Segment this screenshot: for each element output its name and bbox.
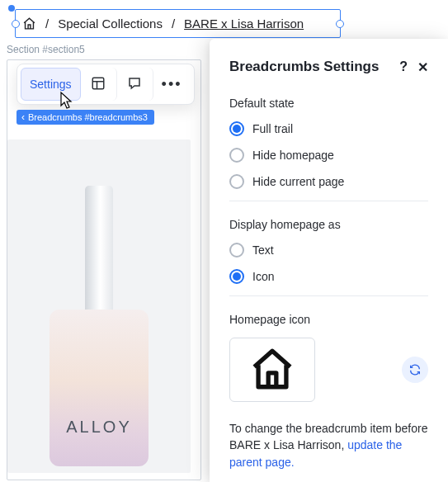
element-tag-label: Breadcrumbs #breadcrumbs3 bbox=[28, 112, 148, 122]
home-icon[interactable] bbox=[22, 17, 36, 31]
radio-label: Text bbox=[252, 243, 274, 257]
radio-home-text[interactable]: Text bbox=[229, 243, 428, 258]
divider bbox=[229, 295, 428, 296]
layout-button[interactable] bbox=[81, 68, 117, 101]
home-icon bbox=[248, 345, 296, 395]
selection-corner-dot bbox=[8, 5, 15, 12]
element-toolbar: Settings ••• bbox=[17, 64, 195, 105]
radio-hide-current-page[interactable]: Hide current page bbox=[229, 174, 428, 189]
section-label: Section #section5 bbox=[7, 44, 85, 55]
refresh-icon bbox=[408, 363, 422, 376]
breadcrumb-item[interactable]: Special Collections bbox=[58, 17, 163, 31]
breadcrumb-selection-box[interactable]: / Special Collections / BARE x Lisa Harr… bbox=[15, 9, 341, 38]
breadcrumbs-settings-panel: Breadcrumbs Settings ? ✕ Default state F… bbox=[210, 39, 448, 482]
settings-button[interactable]: Settings bbox=[21, 68, 81, 101]
comment-icon bbox=[127, 76, 142, 93]
comment-button[interactable] bbox=[117, 68, 153, 101]
homepage-icon-label: Homepage icon bbox=[229, 313, 428, 326]
divider bbox=[229, 201, 428, 201]
display-homepage-title: Display homepage as bbox=[229, 218, 428, 231]
breadcrumb-item-current[interactable]: BARE x Lisa Harrison bbox=[184, 17, 304, 31]
radio-hide-homepage[interactable]: Hide homepage bbox=[229, 148, 428, 163]
reset-icon-button[interactable] bbox=[402, 357, 428, 383]
radio-icon bbox=[229, 148, 244, 163]
settings-button-label: Settings bbox=[30, 78, 72, 91]
more-icon: ••• bbox=[162, 76, 182, 93]
radio-icon bbox=[229, 243, 244, 258]
breadcrumb-separator: / bbox=[172, 17, 175, 31]
radio-label: Hide current page bbox=[252, 175, 344, 188]
homepage-icon-preview[interactable] bbox=[229, 338, 315, 402]
breadcrumb-separator: / bbox=[45, 17, 49, 31]
layout-icon bbox=[91, 76, 106, 93]
product-image: ALLOY bbox=[7, 139, 191, 473]
radio-label: Icon bbox=[252, 270, 274, 283]
panel-title: Breadcrumbs Settings bbox=[229, 59, 379, 75]
close-button[interactable]: ✕ bbox=[417, 59, 428, 75]
radio-home-icon[interactable]: Icon bbox=[229, 269, 428, 284]
default-state-title: Default state bbox=[229, 97, 428, 110]
selection-handle-right[interactable] bbox=[336, 20, 344, 28]
radio-icon bbox=[229, 121, 244, 136]
radio-label: Full trail bbox=[252, 122, 293, 135]
help-button[interactable]: ? bbox=[399, 59, 408, 74]
radio-full-trail[interactable]: Full trail bbox=[229, 121, 428, 136]
element-tag[interactable]: Breadcrumbs #breadcrumbs3 bbox=[17, 110, 154, 125]
breadcrumb-trail: / Special Collections / BARE x Lisa Harr… bbox=[22, 10, 333, 37]
parent-page-note: To change the breadcrumb item before BAR… bbox=[229, 420, 428, 470]
radio-icon bbox=[229, 269, 244, 284]
product-brand: ALLOY bbox=[50, 418, 149, 437]
radio-label: Hide homepage bbox=[252, 149, 334, 162]
more-button[interactable]: ••• bbox=[153, 68, 191, 101]
selection-handle-left[interactable] bbox=[12, 20, 20, 28]
svg-rect-0 bbox=[92, 78, 104, 89]
radio-icon bbox=[229, 174, 244, 189]
